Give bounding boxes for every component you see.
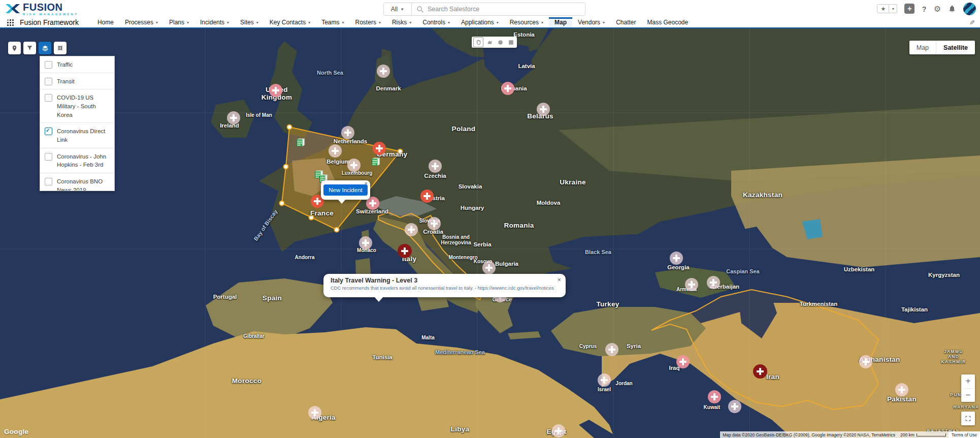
incident-marker[interactable] [753, 364, 767, 379]
tab-vendors[interactable]: Vendors▾ [572, 17, 610, 27]
favorites-button[interactable]: ★ ▼ [877, 4, 897, 13]
tab-risks[interactable]: Risks▾ [386, 17, 417, 27]
layer-checkbox[interactable] [45, 178, 52, 185]
global-header: FUSION RISK MANAGEMENT All ▼ Search Sale… [0, 0, 980, 17]
incident-marker[interactable] [398, 244, 412, 258]
tab-label: Teams [321, 19, 339, 26]
fit-bounds-button[interactable] [54, 42, 67, 54]
incident-marker[interactable] [685, 278, 698, 291]
draw-circle-tool[interactable] [496, 38, 505, 47]
incident-marker[interactable] [405, 223, 418, 236]
layers-button[interactable] [39, 42, 51, 54]
user-avatar[interactable] [963, 3, 976, 15]
layer-checkbox[interactable] [45, 61, 52, 69]
tab-incidents[interactable]: Incidents▾ [194, 17, 235, 27]
incident-marker[interactable] [552, 424, 565, 437]
tab-applications[interactable]: Applications▾ [455, 17, 504, 27]
popup-pointer [374, 297, 383, 302]
new-incident-button[interactable]: New Incident [323, 184, 367, 196]
close-icon[interactable]: × [365, 181, 368, 186]
help-icon[interactable]: ? [922, 5, 926, 13]
layer-item-covid-19-us-military-south-korea[interactable]: COVID-19 US Military - South Korea [40, 89, 114, 123]
search-scope-dropdown[interactable]: All ▼ [384, 3, 412, 15]
edit-pencil-icon[interactable]: ✎ [969, 19, 975, 26]
zoom-in-button[interactable]: + [961, 374, 975, 388]
tab-chatter[interactable]: Chatter [610, 17, 641, 27]
layer-checkbox[interactable] [45, 78, 52, 85]
tab-teams[interactable]: Teams▾ [316, 17, 349, 27]
layer-item-coronavirus-direct-link[interactable]: Coronavirus Direct Link [40, 123, 114, 148]
tab-sites[interactable]: Sites▾ [235, 17, 264, 27]
incident-marker[interactable] [708, 390, 721, 403]
draw-rectangle-tool[interactable] [506, 38, 515, 47]
incident-marker[interactable] [227, 111, 240, 124]
incident-marker[interactable] [707, 276, 720, 289]
incident-marker[interactable] [359, 236, 372, 249]
tab-key-contacts[interactable]: Key Contacts▾ [264, 17, 316, 27]
setup-gear-icon[interactable]: ⚙ [934, 4, 941, 14]
incident-marker[interactable] [428, 217, 441, 230]
global-search[interactable]: All ▼ Search Salesforce [383, 3, 585, 16]
incident-marker[interactable] [670, 252, 683, 265]
google-logo[interactable]: Google [4, 428, 28, 435]
incident-marker[interactable] [347, 159, 361, 172]
favorites-star-icon[interactable]: ★ [877, 4, 889, 13]
zoom-out-button[interactable]: − [961, 389, 975, 402]
incident-marker[interactable] [420, 190, 434, 203]
global-add-button[interactable]: + [904, 4, 914, 14]
layer-item-transit[interactable]: Transit [40, 73, 114, 90]
tab-map[interactable]: Map [549, 17, 572, 27]
scale-label: 200 km [900, 432, 914, 437]
fullscreen-button[interactable] [961, 412, 975, 425]
tab-processes[interactable]: Processes▾ [119, 17, 164, 27]
incident-marker[interactable] [377, 65, 390, 78]
incident-marker[interactable] [728, 400, 741, 413]
incident-marker[interactable] [341, 126, 354, 139]
brand-tagline: RISK MANAGEMENT [23, 13, 78, 16]
site-building-icon[interactable] [370, 155, 381, 167]
map-type-satellite[interactable]: Satellite [936, 44, 975, 51]
tab-mass-geocode[interactable]: Mass Geocode [641, 17, 694, 27]
tab-label: Resources [510, 19, 539, 26]
tab-controls[interactable]: Controls▾ [417, 17, 455, 27]
incident-marker[interactable] [859, 355, 872, 368]
incident-marker[interactable] [598, 373, 611, 387]
incident-marker[interactable] [537, 103, 550, 116]
app-navbar: Fusion Framework HomeProcesses▾Plans▾Inc… [0, 17, 980, 28]
filter-button[interactable] [23, 42, 36, 54]
terms-of-use-link[interactable]: Terms of Use [949, 431, 980, 438]
tab-rosters[interactable]: Rosters▾ [350, 17, 386, 27]
layer-item-coronavirus-bno-news-2019[interactable]: Coronavirus BNO News 2019 [40, 173, 114, 191]
incident-marker[interactable] [482, 261, 496, 274]
map-canvas[interactable]: EstoniaLatviaNorth SeaUnited KingdomIsle… [0, 28, 980, 438]
close-icon[interactable]: × [557, 276, 561, 283]
tab-home[interactable]: Home [92, 17, 119, 27]
incident-marker[interactable] [605, 343, 618, 356]
tab-plans[interactable]: Plans▾ [164, 17, 194, 27]
app-launcher-waffle-icon[interactable] [7, 19, 14, 26]
incident-marker[interactable] [269, 84, 282, 97]
incident-marker[interactable] [676, 355, 690, 368]
draw-polygon-tool[interactable] [485, 38, 494, 47]
favorites-caret[interactable]: ▼ [889, 4, 897, 13]
travel-warning-description[interactable]: CDC recommends that travelers avoid all … [331, 286, 559, 291]
incident-marker[interactable] [373, 142, 386, 155]
incident-marker[interactable] [429, 160, 442, 173]
app-name: Fusion Framework [20, 18, 79, 26]
map-type-map[interactable]: Map [909, 44, 936, 51]
layer-checkbox[interactable] [45, 153, 52, 161]
pan-hand-tool[interactable] [473, 37, 483, 47]
map-type-control: Map Satellite [909, 41, 975, 54]
layer-checkbox[interactable] [45, 94, 52, 102]
notifications-bell-icon[interactable] [948, 5, 956, 13]
incident-marker[interactable] [501, 82, 514, 95]
incident-marker[interactable] [329, 144, 342, 158]
site-building-icon[interactable] [295, 136, 306, 147]
location-pin-button[interactable] [8, 42, 21, 54]
tab-resources[interactable]: Resources▾ [504, 17, 549, 27]
incident-marker[interactable] [308, 406, 321, 419]
layer-item-traffic[interactable]: Traffic [40, 56, 114, 73]
layer-item-coronavirus-john-hopkins-feb-3rd[interactable]: Coronavirus - John Hopkins - Feb 3rd [40, 148, 114, 173]
incident-marker[interactable] [895, 383, 908, 396]
layer-checkbox[interactable] [45, 128, 52, 135]
